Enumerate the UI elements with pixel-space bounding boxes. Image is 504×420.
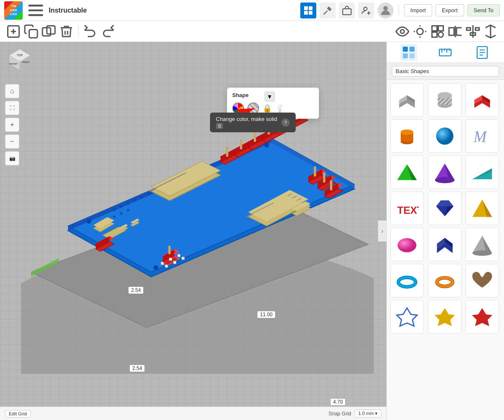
measure-label-2: 11.00 [257,311,276,318]
3d-viewport[interactable]: TOP FRONT RIGHT ⌂ ⛶ + − 📷 ▼ Shape [0,42,386,420]
svg-rect-16 [29,29,38,38]
send-to-button-top[interactable]: Send To [467,4,500,16]
copy-button[interactable] [24,24,39,39]
status-bar: Edit Grid Snap Grid 1.0 mm ▾ [0,407,386,420]
edit-toolbar [0,21,504,42]
svg-rect-26 [449,28,454,35]
light-toggle-button[interactable]: 💡 [275,104,284,113]
top-navigation-bar: TINKERCAD Instructable [0,0,504,21]
tooltip-help-button[interactable]: ? [281,118,290,127]
user-avatar[interactable] [378,3,394,18]
edit-grid-button[interactable]: Edit Grid [5,410,31,417]
svg-text:RIGHT: RIGHT [22,61,30,63]
shape-title-text: Shape [232,92,249,98]
viewport-scroll-right[interactable]: › [378,220,386,242]
delete-button[interactable] [59,24,74,39]
lock-button[interactable]: 🔒 [262,104,272,113]
svg-rect-29 [467,28,470,30]
app-title: Instructable [49,7,296,14]
home-view-button[interactable]: ⌂ [5,84,19,98]
viewport-controls: ⌂ ⛶ + − 📷 [5,84,19,165]
undo-button[interactable] [83,24,98,39]
workplane-grid [0,42,386,420]
duplicate-button[interactable] [41,24,56,39]
shape-text-red[interactable]: TEXT [390,192,424,225]
notes-tab-button[interactable] [474,44,491,61]
svg-text:M: M [473,128,488,145]
svg-rect-145 [403,47,408,52]
portfolio-button[interactable] [339,3,355,18]
shape-cylinder-stripe[interactable] [428,83,462,117]
shapes-category-select[interactable]: Basic Shapes Text & Numbers Connectors S… [392,66,499,76]
shape-cube-dark-blue[interactable] [428,228,462,261]
shape-torus-blue[interactable] [390,264,424,297]
shapes-grid: M [387,80,504,420]
zoom-out-button[interactable]: − [5,134,19,149]
measure-label-3: 2.54 [129,365,145,372]
svg-rect-148 [410,53,415,58]
svg-text:TEXT: TEXT [397,205,419,216]
shape-sphere-blue[interactable] [428,119,462,153]
svg-point-25 [438,32,444,37]
new-button[interactable] [6,24,21,39]
svg-text:FRONT: FRONT [9,63,18,65]
svg-point-19 [401,29,404,33]
svg-line-7 [324,11,327,14]
shape-gem-blue[interactable] [428,192,462,225]
shape-box-red[interactable] [465,83,499,117]
measure-label-4: 4.70 [330,398,346,406]
zoom-in-button[interactable]: + [5,118,19,132]
tools-button[interactable] [320,3,336,18]
camera-button[interactable]: 📷 [5,151,19,165]
svg-rect-146 [410,47,415,52]
export-button-top[interactable]: Export [436,4,464,16]
import-button-top[interactable]: Import [404,4,432,16]
shape-heart-brown[interactable] [465,264,499,297]
mirror-button[interactable] [448,24,463,39]
svg-rect-2 [29,14,43,16]
shape-wedge-teal[interactable] [465,155,499,189]
main-content: TOP FRONT RIGHT ⌂ ⛶ + − 📷 ▼ Shape [0,42,504,420]
shapes-tab-button[interactable] [400,44,417,61]
tinkercad-logo[interactable]: TINKERCAD [4,1,23,20]
snap-grid-value[interactable]: 1.0 mm ▾ [354,410,381,417]
navigation-cube[interactable]: TOP FRONT RIGHT [5,47,34,76]
snap-grid-label: Snap Grid [328,411,351,417]
shape-star-blue[interactable] [390,300,424,333]
redo-button[interactable] [100,24,116,39]
shape-pyramid-yellow[interactable] [465,192,499,225]
flip-button[interactable] [483,24,498,39]
light-button[interactable] [412,24,428,39]
shape-ellipsoid-pink[interactable] [390,228,424,261]
gallery-view-button[interactable] [300,3,316,18]
svg-point-172 [436,127,453,144]
shape-box-gray[interactable] [390,83,424,117]
align-button[interactable] [465,24,480,39]
add-account-button[interactable] [358,3,374,18]
shape-pyramid-green[interactable] [390,155,424,189]
top-right-actions: Import Export Send To [300,3,500,18]
right-panel: Basic Shapes Text & Numbers Connectors S… [386,42,504,420]
snap-grid-controls: Snap Grid 1.0 mm ▾ [328,410,381,417]
shape-cylinder-orange[interactable] [390,119,424,153]
ruler-tab-button[interactable] [437,44,454,61]
tooltip-label: Change color, make solid [216,116,277,122]
svg-rect-6 [309,11,312,15]
shape-button[interactable] [430,24,445,39]
shapes-category-row: Basic Shapes Text & Numbers Connectors S… [387,63,504,80]
shape-star-red[interactable] [465,300,499,333]
shape-star-yellow[interactable] [428,300,462,333]
shape-cone-purple[interactable] [428,155,462,189]
svg-rect-30 [475,28,479,30]
shape-cone-gray[interactable] [465,228,499,261]
menu-button[interactable] [27,3,45,18]
view-toggle-button[interactable] [395,24,410,39]
shape-squiggle[interactable]: M [465,119,499,153]
color-tooltip: Change color, make solid S ? [210,113,296,132]
zoom-extents-button[interactable]: ⛶ [5,101,19,115]
shape-panel-dropdown-arrow[interactable]: ▼ [265,92,275,102]
svg-marker-184 [436,200,453,206]
svg-text:TOP: TOP [17,54,23,57]
shape-torus-orange[interactable] [428,264,462,297]
svg-point-187 [398,238,417,252]
